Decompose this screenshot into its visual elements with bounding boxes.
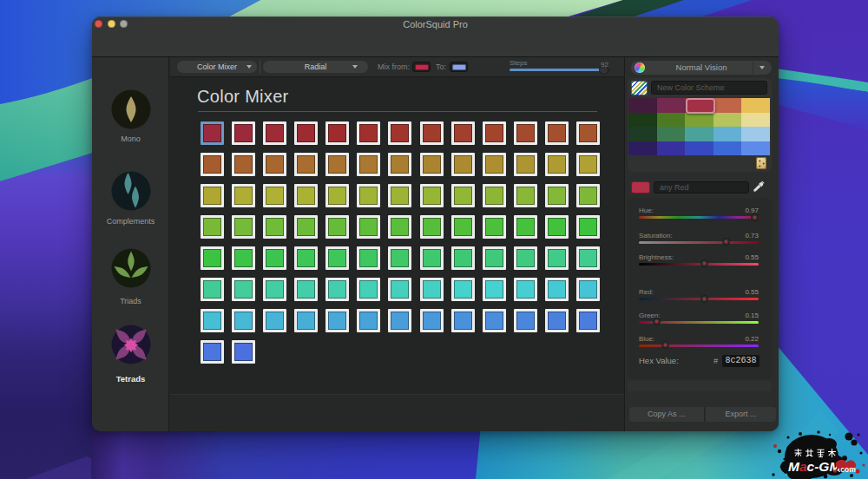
svg-text:.com: .com [838,465,856,474]
svg-text:Mac-GM: Mac-GM [788,459,841,474]
